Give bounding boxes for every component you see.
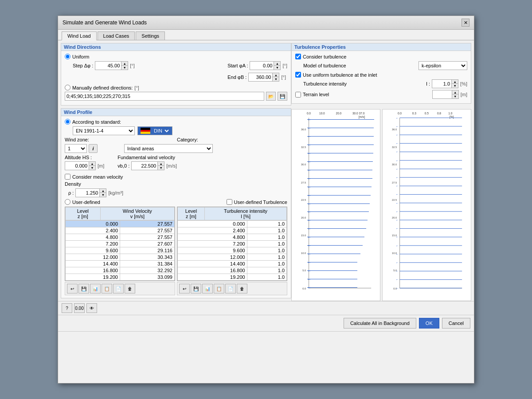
turb-table-delete[interactable]: 🗑 — [237, 284, 247, 293]
intensity-input[interactable]: ▲ ▼ — [432, 79, 458, 88]
svg-text:27.5: 27.5 — [392, 181, 397, 184]
wind-table-row[interactable]: 4.80027.557 — [66, 234, 175, 241]
rho-value[interactable] — [75, 188, 100, 197]
manual-input[interactable] — [65, 92, 264, 101]
turb-table-row[interactable]: 2.4001.0 — [178, 227, 287, 234]
close-button[interactable]: ✕ — [462, 19, 469, 27]
wind-table-scroll[interactable]: 0.00027.5572.40027.5574.80027.5577.20027… — [65, 220, 175, 281]
tab-wind-load[interactable]: Wind Load — [62, 31, 97, 40]
wind-table-row[interactable]: 9.60029.116 — [66, 247, 175, 254]
turb-table-row[interactable]: 9.6001.0 — [178, 247, 287, 254]
svg-text:1.0: 1.0 — [448, 112, 452, 115]
uniform-inlet-checkbox[interactable] — [295, 72, 301, 78]
terrain-value[interactable] — [432, 90, 452, 99]
rho-down[interactable]: ▼ — [100, 193, 106, 197]
wind-table-row[interactable]: 2.40027.557 — [66, 227, 175, 234]
turb-table-row[interactable]: 14.4001.0 — [178, 261, 287, 267]
user-turbulence-checkbox[interactable] — [227, 199, 232, 205]
tab-load-cases[interactable]: Load Cases — [98, 31, 135, 40]
info-button[interactable]: i — [89, 144, 98, 153]
end-input[interactable]: ▲ ▼ — [248, 73, 279, 82]
ok-btn[interactable]: OK — [419, 318, 439, 329]
wind-table-excel[interactable]: 📊 — [90, 284, 101, 293]
step-value[interactable] — [95, 61, 121, 70]
turb-table-paste[interactable]: 📄 — [225, 284, 236, 293]
standard-select[interactable]: EN 1991-1-4 — [73, 126, 135, 135]
altitude-value[interactable] — [65, 161, 89, 170]
terrain-down[interactable]: ▼ — [452, 94, 458, 98]
altitude-input[interactable]: ▲ ▼ — [65, 161, 96, 170]
intensity-down[interactable]: ▼ — [452, 84, 458, 88]
wind-table-row[interactable]: 16.80032.292 — [66, 267, 175, 274]
turb-table-excel[interactable]: 📊 — [202, 284, 213, 293]
start-value[interactable] — [250, 61, 274, 70]
wind-table-row[interactable]: 19.20033.099 — [66, 274, 175, 281]
start-down[interactable]: ▼ — [274, 66, 280, 70]
consider-turbulence-label: Consider turbulence — [303, 54, 346, 59]
wind-table-paste[interactable]: 📄 — [113, 284, 124, 293]
vb0-value[interactable] — [131, 161, 158, 170]
step-input[interactable]: ▲ ▼ — [95, 61, 128, 70]
value-btn[interactable]: 0.00 — [74, 303, 85, 313]
wind-table-row[interactable]: 0.00027.557 — [66, 221, 175, 227]
wind-table-row[interactable]: 7.20027.607 — [66, 241, 175, 247]
uniform-radio[interactable] — [65, 54, 70, 59]
wind-zone-select[interactable]: 1 — [65, 144, 87, 153]
turbulence-table-scroll[interactable]: 0.0001.02.4001.04.8001.07.2001.09.6001.0… — [177, 220, 287, 281]
vb0-down[interactable]: ▼ — [158, 166, 164, 170]
turb-table-row[interactable]: 4.8001.0 — [178, 234, 287, 241]
turb-table-row[interactable]: 16.8001.0 — [178, 267, 287, 274]
calc-background-btn[interactable]: Calculate All in Background — [344, 318, 416, 329]
step-down[interactable]: ▼ — [121, 66, 128, 70]
start-input[interactable]: ▲ ▼ — [250, 61, 281, 70]
rho-input[interactable]: ▲ ▼ — [75, 188, 106, 197]
wind-table-save[interactable]: 💾 — [78, 284, 89, 293]
rho-up[interactable]: ▲ — [100, 189, 106, 193]
turb-table-copy[interactable]: 📋 — [214, 284, 224, 293]
turbulence-model-select[interactable]: k-epsilon — [419, 61, 467, 70]
step-up[interactable]: ▲ — [121, 62, 128, 66]
wind-z-cell: 12.000 — [66, 254, 120, 261]
standard-radio[interactable] — [65, 119, 70, 125]
consider-turbulence-checkbox[interactable] — [295, 54, 301, 59]
intensity-up[interactable]: ▲ — [452, 80, 458, 84]
turb-table-row[interactable]: 7.2001.0 — [178, 241, 287, 247]
velocity-line — [307, 287, 357, 288]
turb-table-undo[interactable]: ↩ — [179, 284, 190, 293]
turb-table-row[interactable]: 12.0001.0 — [178, 254, 287, 261]
wind-table-delete[interactable]: 🗑 — [125, 284, 135, 293]
manual-load-btn[interactable]: 📂 — [266, 92, 276, 101]
norm-select[interactable]: DIN — [151, 127, 170, 135]
tab-settings[interactable]: Settings — [136, 31, 165, 40]
wind-table-row[interactable]: 14.40031.384 — [66, 261, 175, 267]
turb-table-save[interactable]: 💾 — [191, 284, 201, 293]
help-btn[interactable]: ? — [62, 303, 72, 313]
end-up[interactable]: ▲ — [273, 73, 279, 77]
manual-save-btn[interactable]: 💾 — [278, 92, 287, 101]
terrain-up[interactable]: ▲ — [452, 90, 458, 94]
altitude-up[interactable]: ▲ — [89, 162, 95, 166]
end-value[interactable] — [248, 73, 273, 82]
user-defined-radio[interactable] — [65, 199, 70, 205]
vb0-up[interactable]: ▲ — [158, 162, 164, 166]
velocity-line — [307, 153, 373, 153]
wind-table-row[interactable]: 12.00030.343 — [66, 254, 175, 261]
cancel-btn[interactable]: Cancel — [442, 318, 470, 329]
altitude-down[interactable]: ▼ — [89, 166, 95, 170]
turb-table-row[interactable]: 19.2001.0 — [178, 274, 287, 281]
category-select[interactable]: Inland areas — [124, 144, 213, 153]
intensity-value[interactable] — [432, 79, 452, 88]
end-down[interactable]: ▼ — [273, 77, 279, 81]
wind-table-copy[interactable]: 📋 — [102, 284, 112, 293]
terrain-input[interactable]: ▲ ▼ — [432, 90, 459, 99]
start-up[interactable]: ▲ — [274, 62, 280, 66]
manual-radio[interactable] — [65, 85, 70, 90]
eye-btn[interactable]: 👁 — [86, 303, 97, 313]
mean-vel-checkbox[interactable] — [65, 174, 70, 180]
turb-table-row[interactable]: 0.0001.0 — [178, 221, 287, 227]
terrain-level-checkbox[interactable] — [295, 92, 301, 98]
vb0-input[interactable]: ▲ ▼ — [131, 161, 164, 170]
turb-z-cell: 7.200 — [178, 241, 247, 247]
norm-select-container[interactable]: DIN — [137, 126, 172, 135]
wind-table-undo[interactable]: ↩ — [67, 284, 78, 293]
